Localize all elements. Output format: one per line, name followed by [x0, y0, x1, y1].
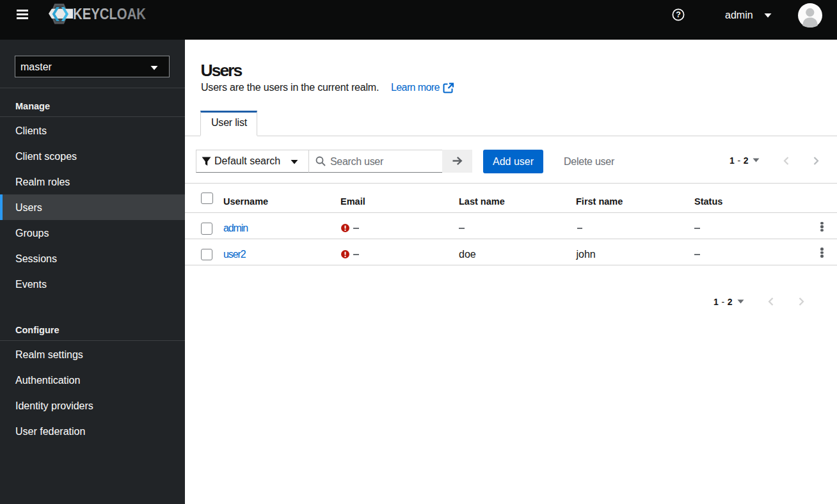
svg-text:?: ?	[676, 10, 681, 19]
svg-text:KEYCLOAK: KEYCLOAK	[73, 5, 147, 22]
